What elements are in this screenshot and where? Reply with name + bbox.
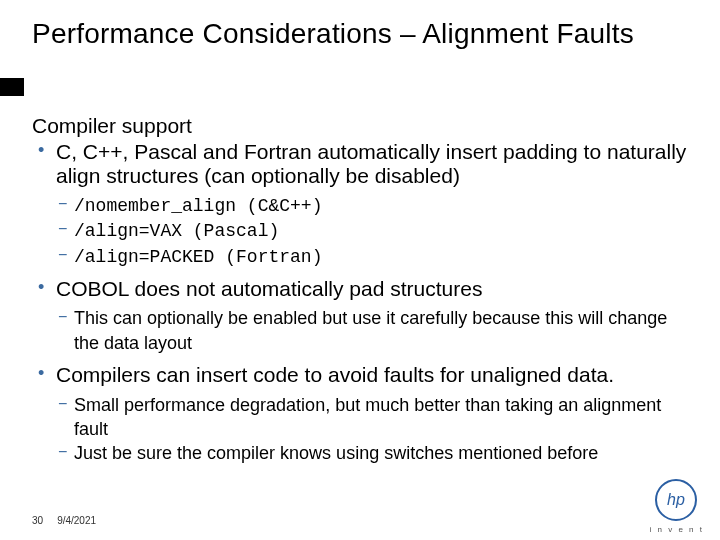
footer-date: 9/4/2021 bbox=[57, 515, 96, 526]
switch-align-vax: /align=VAX (Pascal) bbox=[74, 221, 279, 241]
slide-title: Performance Considerations – Alignment F… bbox=[32, 18, 634, 50]
insert-code-subpoints: Small performance degradation, but much … bbox=[58, 393, 692, 466]
hp-logo-text: hp bbox=[667, 491, 685, 508]
slide-body: Compiler support C, C++, Pascal and Fort… bbox=[32, 114, 692, 465]
bullet-cobol: COBOL does not automatically pad structu… bbox=[38, 277, 692, 301]
hp-tagline: i n v e n t bbox=[650, 525, 704, 534]
cobol-note: This can optionally be enabled but use i… bbox=[58, 306, 692, 355]
section-heading: Compiler support bbox=[32, 114, 692, 138]
cobol-subpoints: This can optionally be enabled but use i… bbox=[58, 306, 692, 355]
bullet-compilers: C, C++, Pascal and Fortran automatically… bbox=[38, 140, 692, 187]
switch-align-packed: /align=PACKED (Fortran) bbox=[74, 247, 322, 267]
hp-logo-icon: hp bbox=[654, 478, 698, 522]
compiler-switches: /nomember_align (C&C++) /align=VAX (Pasc… bbox=[58, 193, 692, 269]
slide-footer: 30 9/4/2021 bbox=[32, 515, 96, 526]
bullet-insert-code: Compilers can insert code to avoid fault… bbox=[38, 363, 692, 387]
slide: Performance Considerations – Alignment F… bbox=[0, 0, 720, 540]
page-number: 30 bbox=[32, 515, 43, 526]
title-marker bbox=[0, 78, 24, 96]
switch-nomember-align: /nomember_align (C&C++) bbox=[74, 196, 322, 216]
note-compiler-switches: Just be sure the compiler knows using sw… bbox=[58, 441, 692, 465]
note-degradation: Small performance degradation, but much … bbox=[58, 393, 692, 442]
